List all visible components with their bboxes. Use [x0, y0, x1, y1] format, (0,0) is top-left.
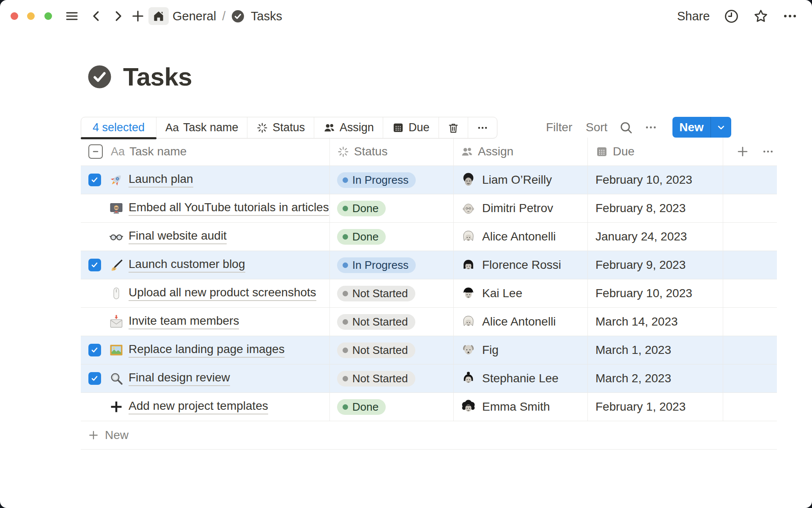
task-cell[interactable]: Embed all YouTube tutorials in articles — [81, 194, 330, 222]
status-cell[interactable]: Not Started — [330, 308, 454, 336]
header-due[interactable]: Due — [588, 138, 723, 166]
new-row-button[interactable]: New — [81, 421, 777, 450]
assign-cell[interactable]: Emma Smith — [454, 393, 588, 421]
status-cell[interactable]: Not Started — [330, 364, 454, 392]
status-cell[interactable]: Done — [330, 223, 454, 251]
teacher-emoji — [109, 201, 123, 215]
assign-cell[interactable]: Kai Lee — [454, 279, 588, 307]
status-label: In Progress — [352, 174, 409, 187]
header-task-name[interactable]: Aa Task name — [81, 138, 330, 166]
due-cell[interactable]: February 10, 2023 — [588, 279, 723, 307]
task-cell[interactable]: Add new project templates — [81, 393, 330, 421]
task-link[interactable]: Launch customer blog — [129, 257, 245, 273]
sidebar-menu-icon[interactable] — [65, 0, 79, 32]
task-cell[interactable]: Final website audit — [81, 223, 330, 251]
header-assign[interactable]: Assign — [454, 138, 588, 166]
select-all-checkbox[interactable] — [88, 144, 103, 159]
selection-more-button[interactable] — [468, 117, 497, 138]
task-cell[interactable]: Launch customer blog — [81, 251, 330, 279]
due-cell[interactable]: March 1, 2023 — [588, 336, 723, 364]
history-clock-icon[interactable] — [724, 0, 739, 32]
task-link[interactable]: Replace landing page images — [129, 342, 285, 358]
table-row[interactable]: Embed all YouTube tutorials in articles … — [81, 194, 777, 223]
status-cell[interactable]: Not Started — [330, 279, 454, 307]
add-column-icon[interactable] — [736, 145, 749, 158]
table-row[interactable]: Replace landing page images Not Started … — [81, 336, 777, 364]
assign-cell[interactable]: Alice Antonelli — [454, 308, 588, 336]
assignee-name: Stephanie Lee — [482, 372, 559, 385]
table-row[interactable]: Launch customer blog In Progress Florenc… — [81, 251, 777, 279]
due-cell[interactable]: March 2, 2023 — [588, 364, 723, 392]
status-cell[interactable]: Done — [330, 194, 454, 222]
home-icon[interactable] — [148, 7, 169, 25]
property-status-button[interactable]: Status — [247, 117, 314, 138]
table-row[interactable]: Upload all new product screenshots Not S… — [81, 279, 777, 308]
new-button-chevron-down-icon[interactable] — [710, 117, 731, 138]
task-link[interactable]: Upload all new product screenshots — [129, 286, 316, 301]
delete-selected-button[interactable] — [439, 117, 468, 138]
due-cell[interactable]: January 24, 2023 — [588, 223, 723, 251]
table-row[interactable]: Invite team members Not Started Alice An… — [81, 308, 777, 336]
zoom-window-button[interactable] — [44, 12, 52, 20]
due-cell[interactable]: February 1, 2023 — [588, 393, 723, 421]
status-label: Done — [352, 202, 379, 215]
due-cell[interactable]: February 9, 2023 — [588, 251, 723, 279]
property-task-name-button[interactable]: Aa Task name — [156, 117, 247, 138]
row-checkbox[interactable] — [88, 344, 101, 356]
task-link[interactable]: Embed all YouTube tutorials in articles — [129, 201, 329, 216]
row-checkbox[interactable] — [88, 259, 101, 271]
back-icon[interactable] — [89, 0, 104, 32]
status-cell[interactable]: In Progress — [330, 166, 454, 194]
status-cell[interactable]: In Progress — [330, 251, 454, 279]
breadcrumb-page[interactable]: Tasks — [251, 0, 282, 32]
task-link[interactable]: Add new project templates — [129, 399, 268, 414]
header-status[interactable]: Status — [330, 138, 454, 166]
minimize-window-button[interactable] — [27, 12, 35, 20]
task-cell[interactable]: Final design review — [81, 364, 330, 392]
due-cell[interactable]: February 10, 2023 — [588, 166, 723, 194]
assign-cell[interactable]: Liam O’Reilly — [454, 166, 588, 194]
assign-cell[interactable]: Dimitri Petrov — [454, 194, 588, 222]
table-row[interactable]: Add new project templates Done Emma Smit… — [81, 393, 777, 421]
task-link[interactable]: Launch plan — [129, 172, 193, 188]
selected-count-tab[interactable]: 4 selected — [81, 117, 156, 138]
task-cell[interactable]: Upload all new product screenshots — [81, 279, 330, 307]
filter-button[interactable]: Filter — [546, 117, 572, 138]
page-title[interactable]: Tasks — [123, 62, 192, 91]
task-link[interactable]: Invite team members — [129, 314, 239, 329]
table-row[interactable]: Final design review Not Started Stephani… — [81, 364, 777, 393]
property-assign-button[interactable]: Assign — [314, 117, 383, 138]
favorite-star-icon[interactable] — [753, 0, 769, 32]
view-more-icon[interactable] — [644, 117, 658, 138]
row-checkbox[interactable] — [88, 372, 101, 385]
due-cell[interactable]: March 14, 2023 — [588, 308, 723, 336]
row-checkbox[interactable] — [88, 174, 101, 186]
page-title-icon[interactable] — [87, 64, 112, 89]
new-tab-icon[interactable] — [130, 0, 145, 32]
task-cell[interactable]: Invite team members — [81, 308, 330, 336]
forward-icon[interactable] — [110, 0, 126, 32]
task-cell[interactable]: Launch plan — [81, 166, 330, 194]
property-due-button[interactable]: Due — [383, 117, 439, 138]
sort-button[interactable]: Sort — [586, 117, 607, 138]
table-row[interactable]: Launch plan In Progress Liam O’Reilly Fe… — [81, 166, 777, 194]
status-cell[interactable]: Done — [330, 393, 454, 421]
due-cell[interactable]: February 8, 2023 — [588, 194, 723, 222]
more-options-icon[interactable] — [782, 0, 798, 32]
task-cell[interactable]: Replace landing page images — [81, 336, 330, 364]
share-button[interactable]: Share — [677, 0, 710, 32]
assign-cell[interactable]: Florence Rossi — [454, 251, 588, 279]
table-options-icon[interactable] — [761, 145, 775, 158]
assign-cell[interactable]: Alice Antonelli — [454, 223, 588, 251]
task-link[interactable]: Final design review — [129, 371, 230, 386]
new-button-label[interactable]: New — [672, 117, 710, 138]
assign-cell[interactable]: Fig — [454, 336, 588, 364]
status-dot — [343, 376, 348, 381]
status-cell[interactable]: Not Started — [330, 336, 454, 364]
breadcrumb-section[interactable]: General — [173, 9, 216, 23]
task-link[interactable]: Final website audit — [129, 229, 227, 244]
assign-cell[interactable]: Stephanie Lee — [454, 364, 588, 392]
close-window-button[interactable] — [11, 12, 18, 20]
search-icon[interactable] — [618, 117, 634, 138]
table-row[interactable]: Final website audit Done Alice Antonelli… — [81, 223, 777, 251]
